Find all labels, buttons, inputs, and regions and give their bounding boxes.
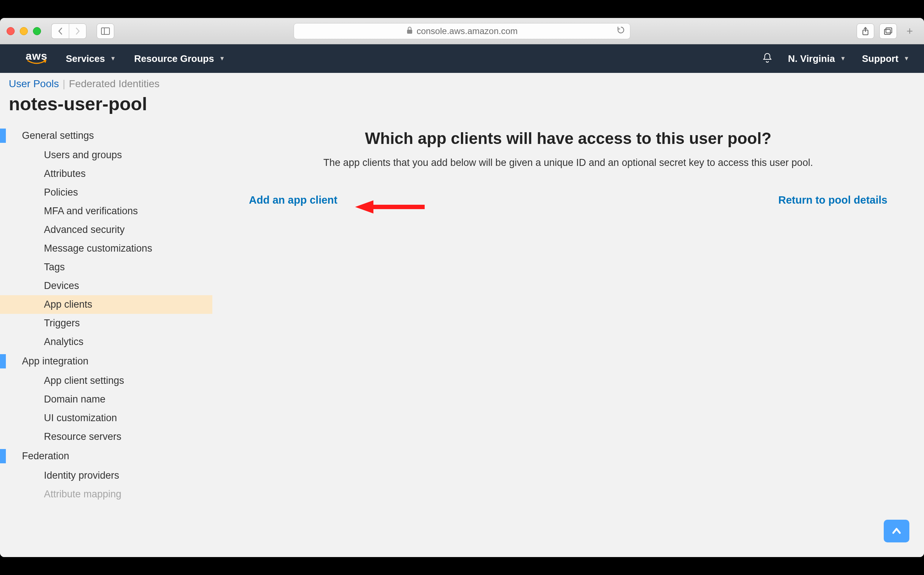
chevron-down-icon: ▼ — [219, 55, 225, 62]
nav-resource-groups-label: Resource Groups — [134, 53, 214, 64]
cognito-subtabs: User Pools | Federated Identities — [0, 73, 924, 90]
nav-support-label: Support — [862, 53, 899, 64]
sidebar-item-analytics[interactable]: Analytics — [0, 332, 212, 351]
annotation-arrow — [352, 200, 428, 214]
content-actions: Add an app client Return to pool details — [234, 194, 902, 206]
window-controls — [6, 27, 41, 35]
sidebar-group-app-integration[interactable]: App integration — [0, 351, 212, 372]
content-panel: Which app clients will have access to th… — [212, 122, 924, 557]
share-button[interactable] — [857, 24, 874, 39]
close-icon[interactable] — [6, 27, 15, 35]
maximize-icon[interactable] — [33, 27, 41, 35]
sidebar-item-tags[interactable]: Tags — [0, 258, 212, 276]
sidebar-item-resource-servers[interactable]: Resource servers — [0, 427, 212, 446]
nav-region-label: N. Virginia — [788, 53, 835, 64]
sidebar-item-identity-providers[interactable]: Identity providers — [0, 466, 212, 485]
address-bar[interactable]: console.aws.amazon.com — [293, 23, 631, 39]
chevron-down-icon: ▼ — [840, 55, 846, 62]
sidebar: General settings Users and groups Attrib… — [0, 122, 212, 557]
tab-federated-identities[interactable]: Federated Identities — [69, 78, 160, 90]
sidebar-item-message-customizations[interactable]: Message customizations — [0, 239, 212, 258]
minimize-icon[interactable] — [20, 27, 28, 35]
scroll-to-top-button[interactable] — [884, 520, 909, 542]
nav-services-label: Services — [66, 53, 105, 64]
svg-rect-6 — [886, 28, 892, 33]
aws-logo[interactable]: aws — [25, 52, 48, 65]
pool-title: notes-user-pool — [0, 90, 924, 122]
forward-button[interactable] — [69, 24, 86, 39]
browser-window: console.aws.amazon.com + aws Services ▼ — [0, 18, 924, 557]
nav-region[interactable]: N. Virginia ▼ — [788, 53, 846, 64]
sidebar-item-attributes[interactable]: Attributes — [0, 164, 212, 183]
aws-top-nav: aws Services ▼ Resource Groups ▼ N. Virg… — [0, 44, 924, 73]
nav-resource-groups[interactable]: Resource Groups ▼ — [134, 53, 225, 64]
svg-rect-0 — [101, 28, 109, 35]
svg-rect-2 — [407, 30, 412, 34]
sidebar-group-general-settings[interactable]: General settings — [0, 125, 212, 146]
aws-logo-text: aws — [25, 52, 48, 60]
nav-support[interactable]: Support ▼ — [862, 53, 910, 64]
browser-titlebar: console.aws.amazon.com + — [0, 18, 924, 44]
sidebar-item-advanced-security[interactable]: Advanced security — [0, 221, 212, 239]
sidebar-item-policies[interactable]: Policies — [0, 183, 212, 202]
chevron-down-icon: ▼ — [110, 55, 116, 62]
sidebar-toggle-button[interactable] — [97, 24, 114, 39]
content-heading: Which app clients will have access to th… — [234, 129, 902, 148]
sidebar-item-ui-customization[interactable]: UI customization — [0, 409, 212, 427]
sidebar-item-devices[interactable]: Devices — [0, 276, 212, 295]
sidebar-item-app-clients[interactable]: App clients — [0, 295, 212, 314]
url-text: console.aws.amazon.com — [417, 26, 518, 36]
sidebar-group-label: App integration — [22, 356, 89, 367]
sidebar-item-triggers[interactable]: Triggers — [0, 314, 212, 332]
sidebar-group-label: General settings — [22, 130, 94, 141]
new-tab-button[interactable]: + — [902, 25, 918, 37]
svg-marker-8 — [355, 200, 373, 213]
tabs-button[interactable] — [879, 24, 897, 39]
sidebar-group-federation[interactable]: Federation — [0, 446, 212, 466]
content-description: The app clients that you add below will … — [234, 157, 902, 168]
reload-icon[interactable] — [617, 26, 625, 36]
back-button[interactable] — [51, 24, 69, 39]
aws-smile-icon — [27, 60, 46, 65]
sidebar-item-mfa[interactable]: MFA and verifications — [0, 202, 212, 221]
sidebar-group-label: Federation — [22, 451, 69, 461]
sidebar-item-app-client-settings[interactable]: App client settings — [0, 372, 212, 390]
return-to-pool-link[interactable]: Return to pool details — [778, 194, 888, 206]
main-area: General settings Users and groups Attrib… — [0, 122, 924, 557]
sidebar-item-attribute-mapping[interactable]: Attribute mapping — [0, 485, 212, 504]
add-app-client-link[interactable]: Add an app client — [249, 194, 338, 206]
sidebar-item-users-and-groups[interactable]: Users and groups — [0, 146, 212, 164]
nav-services[interactable]: Services ▼ — [66, 53, 116, 64]
tab-user-pools[interactable]: User Pools — [9, 78, 59, 90]
svg-rect-5 — [884, 29, 890, 35]
notifications-icon[interactable] — [762, 52, 772, 65]
chevron-down-icon: ▼ — [903, 55, 909, 62]
tab-divider: | — [63, 78, 65, 90]
nav-buttons — [51, 24, 86, 39]
lock-icon — [406, 26, 413, 36]
sidebar-item-domain-name[interactable]: Domain name — [0, 390, 212, 409]
nav-right: N. Virginia ▼ Support ▼ — [762, 52, 909, 65]
toolbar-right: + — [857, 24, 918, 39]
